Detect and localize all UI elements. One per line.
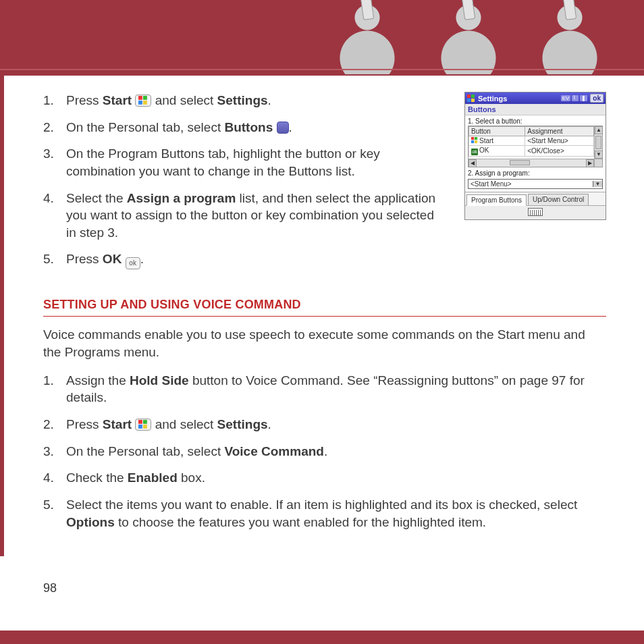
svg-rect-1 [143,96,147,100]
battery-icon: ❚ [580,95,587,101]
select-button-label: 1. Select a button: [465,115,606,126]
keyboard-icon[interactable] [528,208,543,216]
header-photo-strip [320,0,617,69]
svg-rect-0 [138,96,142,100]
step-item: On the Personal tab, select Voice Comman… [43,443,606,460]
voice-command-heading: SETTING UP AND USING VOICE COMMAND [43,298,606,317]
svg-rect-10 [471,140,474,143]
header-person-3 [522,0,617,74]
cell-button: Start [479,137,493,144]
scroll-corner [594,159,602,167]
svg-rect-5 [471,95,475,98]
buttons-app-icon [277,122,289,134]
buttons-settings-screenshot: Settings EV ⠇ ❚ ok Buttons 1. Select a b… [464,92,606,220]
step-item: Press OK ok. [43,250,437,269]
header-rule [0,69,644,70]
step-item: On the Program Buttons tab, highlight th… [43,145,437,180]
header-banner [0,0,644,76]
ok-button[interactable]: ok [590,94,603,103]
step-item: Select the items you want to enable. If … [43,496,606,531]
buttons-grid[interactable]: Button Assignment Start <Start Menu> [468,126,603,167]
step-item: Press Start and select Settings. [43,92,437,109]
windows-flag-icon [135,95,151,107]
column-button-header[interactable]: Button [469,127,525,136]
cell-assignment: <OK/Close> [525,146,594,157]
vertical-scrollbar[interactable]: ▲ ▼ [594,126,602,159]
header-person-2 [421,0,516,74]
horizontal-scrollbar[interactable]: ◀ ▶ [468,159,594,167]
cell-button: OK [479,146,489,154]
svg-rect-8 [471,137,474,140]
scroll-thumb[interactable] [595,136,601,149]
page-number: 98 [43,581,57,595]
svg-rect-3 [143,101,147,105]
window-title: Settings [478,95,558,103]
svg-rect-2 [138,101,142,105]
sip-bar[interactable] [465,205,606,219]
svg-rect-4 [467,95,471,98]
scroll-up-arrow[interactable]: ▲ [595,126,603,134]
step-item: Check the Enabled box. [43,469,606,487]
scroll-right-arrow[interactable]: ▶ [586,159,594,167]
ok-softkey-icon: ok [126,257,140,269]
dropdown-value: <Start Menu> [468,180,593,188]
svg-rect-11 [475,140,477,143]
assign-program-label: 2. Assign a program: [465,167,606,178]
header-person-1 [320,0,414,74]
voice-command-intro: Voice commands enable you to use speech … [43,326,606,360]
scroll-thumb[interactable] [510,160,530,165]
step-item: Select the Assign a program list, and th… [43,190,437,242]
ok-badge-icon: ok [471,149,478,155]
footer-bar [0,630,644,644]
svg-rect-6 [467,99,471,102]
svg-rect-7 [471,99,475,102]
ev-indicator-icon: EV [561,95,571,101]
voice-command-steps-list: Assign the Hold Side button to Voice Com… [43,372,606,531]
assign-program-dropdown[interactable]: <Start Menu> ▼ [468,179,603,189]
step-item: Assign the Hold Side button to Voice Com… [43,372,606,406]
table-row[interactable]: Start <Start Menu> [469,136,594,146]
scroll-down-arrow[interactable]: ▼ [595,151,603,159]
svg-rect-15 [143,425,147,429]
step-item: On the Personal tab, select Buttons . [43,119,437,136]
buttons-steps-list: Press Start and select Settings.On the P… [43,92,437,269]
windows-flag-icon [471,137,478,144]
step-item: Press Start and select Settings. [43,416,606,433]
chevron-down-icon[interactable]: ▼ [593,181,602,187]
column-assignment-header[interactable]: Assignment [525,127,594,136]
svg-rect-12 [138,420,142,424]
svg-rect-14 [138,425,142,429]
table-row[interactable]: okOK <OK/Close> [469,146,594,157]
scroll-left-arrow[interactable]: ◀ [468,159,477,167]
windows-flag-icon [135,419,151,431]
left-edge-bar [0,76,4,556]
cell-assignment: <Start Menu> [525,136,594,146]
tab-updown-control[interactable]: Up/Down Control [528,194,589,205]
screen-subheading: Buttons [465,104,606,115]
svg-rect-9 [475,137,477,140]
signal-icon: ⠇ [572,95,579,101]
svg-rect-13 [143,420,147,424]
system-tray: EV ⠇ ❚ [561,95,588,101]
tab-program-buttons[interactable]: Program Buttons [466,194,527,206]
tab-strip: Program Buttons Up/Down Control [465,192,606,205]
windows-flag-icon [467,95,475,103]
